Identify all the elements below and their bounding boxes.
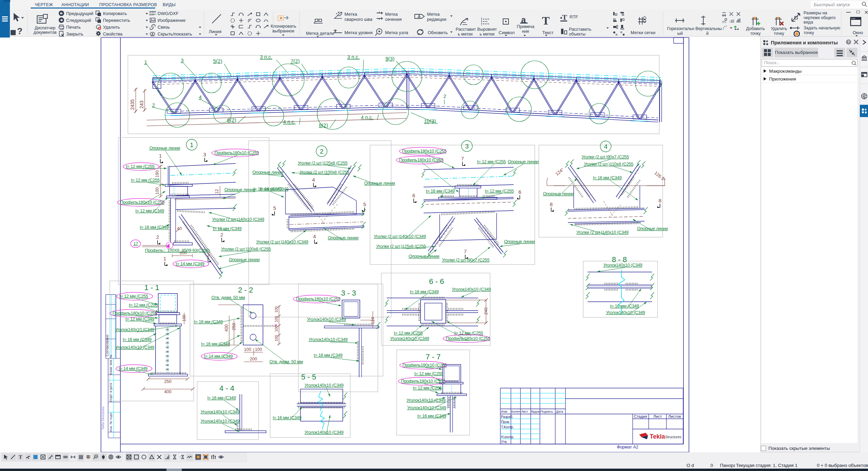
svg-text:Уголок140х10 (С349: Уголок140х10 (С349 — [305, 430, 343, 435]
svg-text:4: 4 — [199, 94, 202, 100]
svg-text:Профиль180х10 (С255: Профиль180х10 (С255 — [402, 148, 446, 154]
svg-text:t= 12 мм (С255: t= 12 мм (С255 — [477, 159, 506, 164]
svg-text:Tekla: Tekla — [650, 433, 665, 440]
svg-text:№док: №док — [531, 410, 540, 413]
svg-text:Профиль180х10 (С255: Профиль180х10 (С255 — [113, 311, 157, 316]
svg-text:Опорные линии: Опорные линии — [543, 191, 574, 196]
svg-text:t= 14 мм (С349: t= 14 мм (С349 — [119, 366, 147, 371]
svg-text:ЭЕ: ЭЕ — [165, 368, 169, 371]
svg-text:Опорные линии: Опорные линии — [252, 170, 283, 175]
svg-text:Подпись: Подпись — [540, 410, 553, 413]
svg-text:7 - 7: 7 - 7 — [426, 353, 441, 361]
svg-text:t= 12 мм (С349: t= 12 мм (С349 — [135, 208, 164, 213]
svg-text:l= 16 мм (С349: l= 16 мм (С349 — [273, 415, 301, 420]
svg-text:Отв. диам. 50 мм: Отв. диам. 50 мм — [211, 295, 245, 300]
svg-text:6: 6 — [518, 189, 521, 195]
svg-text:Уголки (2 шт.)110х8 (С255: Уголки (2 шт.)110х8 (С255 — [584, 161, 633, 167]
svg-text:ЭЕ: ЭЕ — [165, 359, 169, 362]
svg-text:t= 12 мм (С255: t= 12 мм (С255 — [414, 371, 443, 376]
svg-text:t= 16 мм (С349: t= 16 мм (С349 — [213, 226, 241, 231]
svg-text:Уголок140х10 (С349: Уголок140х10 (С349 — [115, 345, 154, 350]
svg-text:Уголки (2 шт.)125х8 (С255: Уголки (2 шт.)125х8 (С255 — [298, 160, 348, 166]
svg-text:Профиль∟100Х8_8509-93(С255): Профиль∟100Х8_8509-93(С255) — [145, 248, 210, 253]
svg-text:Уголок140х10 (С349: Уголок140х10 (С349 — [603, 262, 642, 268]
svg-text:200: 200 — [250, 356, 257, 361]
svg-text:Опорные линии: Опорные линии — [328, 235, 358, 240]
svg-text:t= 12 мм (С255: t= 12 мм (С255 — [129, 302, 158, 308]
svg-text:Профиль180х10 (С255: Профиль180х10 (С255 — [120, 200, 164, 205]
svg-text:5: 5 — [273, 205, 276, 211]
svg-text:ЭЕ: ЭЕ — [165, 363, 169, 367]
svg-text:100: 100 — [244, 347, 251, 352]
svg-text:5 - 5: 5 - 5 — [301, 373, 316, 381]
svg-text:Н.контр.: Н.контр. — [501, 435, 514, 439]
svg-text:Подп. и дата: Подп. и дата — [109, 383, 113, 402]
svg-text:1: 1 — [159, 153, 162, 159]
svg-text:Уголки (2 шт.)140х10 (С349: Уголки (2 шт.)140х10 (С349 — [212, 217, 264, 222]
svg-text:Уголок140х10 (С349: Уголок140х10 (С349 — [115, 327, 154, 332]
svg-text:4 - 4: 4 - 4 — [219, 384, 234, 392]
svg-text:2435: 2435 — [130, 99, 135, 110]
svg-text:Уголки (2 шт.)125х8 (С255: Уголки (2 шт.)125х8 (С255 — [376, 244, 426, 249]
svg-text:ЭЕ: ЭЕ — [165, 350, 169, 353]
svg-text:Профиль180х10 (С255: Профиль180х10 (С255 — [446, 336, 490, 341]
svg-text:Уголок140х10 (С349: Уголок140х10 (С349 — [307, 317, 346, 322]
svg-text:Профиль180х10 (С255: Профиль180х10 (С255 — [402, 362, 447, 368]
svg-text:t= 12 мм (С255: t= 12 мм (С255 — [131, 177, 160, 183]
svg-text:ЭЕ: ЭЕ — [165, 346, 169, 349]
svg-text:Лист: Лист — [521, 410, 528, 413]
svg-text:100: 100 — [255, 347, 262, 352]
svg-text:2: 2 — [443, 93, 446, 99]
svg-text:t= 12 мм (С349: t= 12 мм (С349 — [126, 316, 154, 322]
svg-text:2 - 2: 2 - 2 — [238, 286, 253, 294]
svg-text:3: 3 — [181, 57, 183, 63]
svg-text:Уголок140х10 (С349: Уголок140х10 (С349 — [606, 310, 645, 315]
svg-text:Профиль180х10 (С255: Профиль180х10 (С255 — [215, 150, 259, 155]
svg-text:17: 17 — [133, 241, 138, 246]
svg-text:7: 7 — [464, 248, 467, 254]
svg-text:400: 400 — [164, 389, 172, 394]
svg-text:Профиль180х10 (С255: Профиль180х10 (С255 — [296, 296, 340, 301]
svg-text:1: 1 — [190, 141, 194, 148]
svg-text:12: 12 — [215, 189, 219, 194]
svg-text:Уголки (2 шт.)140х10 (С349: Уголки (2 шт.)140х10 (С349 — [256, 239, 308, 244]
svg-text:243: 243 — [139, 100, 144, 109]
svg-text:Structures: Structures — [665, 435, 681, 439]
svg-text:ЭЕ: ЭЕ — [165, 337, 169, 340]
svg-text:6: 6 — [412, 192, 415, 198]
svg-text:7(2): 7(2) — [291, 58, 300, 64]
svg-text:t= 16 мм (С349: t= 16 мм (С349 — [194, 319, 223, 324]
svg-text:190: 190 — [155, 170, 160, 177]
svg-text:t= 14 мм (С349: t= 14 мм (С349 — [176, 261, 204, 266]
svg-text:ЭЕ: ЭЕ — [165, 328, 169, 331]
svg-text:8(2): 8(2) — [319, 122, 328, 128]
svg-text:t= 12 мм (С255: t= 12 мм (С255 — [394, 330, 423, 336]
svg-text:Уголки (2 шт.)140х10 (С349: Уголки (2 шт.)140х10 (С349 — [576, 230, 629, 235]
svg-text:t= 16 мм (С349: t= 16 мм (С349 — [410, 289, 439, 294]
svg-text:2: 2 — [152, 102, 155, 108]
svg-text:Опорные линии: Опорные линии — [364, 181, 395, 186]
svg-text:Изм.: Изм. — [501, 410, 508, 413]
svg-text:Разраб.: Разраб. — [501, 415, 513, 419]
svg-text:Опорные линии: Опорные линии — [508, 159, 539, 164]
svg-text:t= 12 мм (С255: t= 12 мм (С255 — [126, 164, 155, 169]
svg-text:Уголки (2 шт.)100х8 (С255: Уголки (2 шт.)100х8 (С255 — [299, 170, 349, 175]
svg-text:ЭЕ: ЭЕ — [165, 355, 169, 358]
svg-text:2: 2 — [220, 232, 223, 238]
svg-text:t= 16 мм (С349: t= 16 мм (С349 — [426, 188, 455, 194]
svg-text:100: 100 — [274, 306, 278, 313]
svg-text:Уголок140х10 (С349: Уголок140х10 (С349 — [452, 287, 491, 292]
svg-text:Стадия: Стадия — [634, 414, 647, 418]
svg-text:Опорные линии: Опорные линии — [229, 257, 260, 262]
svg-text:250: 250 — [231, 323, 236, 330]
svg-text:Уголки (2 шт.)90х7 (С255: Уголки (2 шт.)90х7 (С255 — [582, 154, 629, 159]
svg-text:Т.Контр.: Т.Контр. — [501, 425, 514, 429]
svg-text:124°: 124° — [555, 167, 565, 176]
svg-text:3 - 3: 3 - 3 — [341, 289, 356, 297]
svg-text:Согласовано: Согласовано — [105, 335, 109, 356]
svg-text:Опорные линии: Опорные линии — [409, 254, 439, 259]
svg-text:Формат А2: Формат А2 — [617, 445, 638, 449]
svg-text:5(2): 5(2) — [213, 58, 222, 64]
svg-text:Лист: Лист — [653, 414, 662, 418]
svg-text:l= 16 мм (С349: l= 16 мм (С349 — [253, 186, 282, 191]
